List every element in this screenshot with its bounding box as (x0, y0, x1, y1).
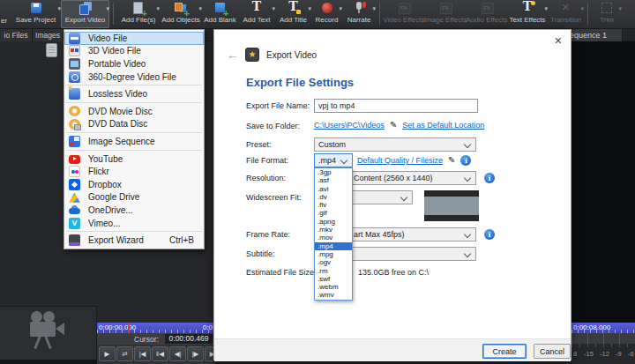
format-option[interactable]: .apng (315, 218, 352, 226)
video-editor-app: erSave Project▾Export Video▾Add File(s)▾… (0, 0, 635, 364)
close-icon[interactable]: × (555, 33, 562, 48)
edit-folder-pencil-icon[interactable]: ✎ (390, 121, 397, 130)
export-video-button[interactable]: Export Video▾ (61, 0, 109, 28)
transport-step-back-button[interactable]: ◀| (169, 346, 186, 361)
record-button[interactable]: Record▾ (311, 0, 342, 28)
cursor-status-bar: Cursor: 0:00:00.469 (97, 333, 213, 345)
menu-item-360-degree-video-file[interactable]: 360-Degree Video File (64, 71, 204, 84)
transport-step-forward-button[interactable]: |▶ (187, 346, 204, 361)
format-option[interactable]: .mp4 (315, 242, 352, 250)
text-effects-button[interactable]: Text Effects▾ (507, 0, 548, 28)
menu-item-label: Lossless Video (88, 89, 147, 99)
dropbox-icon (69, 179, 80, 190)
menu-item-label: 360-Degree Video File (88, 72, 176, 82)
transport-repeat-button[interactable]: ⇄ (116, 346, 133, 361)
format-option[interactable]: .mkv (315, 226, 352, 234)
menu-item-label: Vimeo... (88, 219, 121, 228)
format-option[interactable]: .gif (315, 209, 352, 217)
menu-item-image-sequence[interactable]: Image Sequence (64, 135, 204, 148)
main-toolbar: erSave Project▾Export Video▾Add File(s)▾… (0, 0, 635, 29)
chevron-down-icon[interactable]: ▾ (372, 5, 376, 12)
save-icon (29, 2, 43, 15)
create-button[interactable]: Create (482, 344, 527, 359)
format-option[interactable]: .ogv (315, 258, 352, 266)
menu-item-google-drive[interactable]: Google Drive (64, 191, 204, 204)
transport-go-to-start-button[interactable]: |◀ (134, 346, 151, 361)
menu-item-video-file[interactable]: Video File (64, 32, 204, 45)
format-option[interactable]: .rm (315, 267, 352, 275)
format-option[interactable]: .mpg (315, 250, 352, 258)
chevron-down-icon[interactable]: ▾ (106, 5, 109, 12)
menu-item-dropbox[interactable]: Dropbox (64, 178, 204, 191)
toolbar-button-label: Audio Effects (467, 16, 508, 24)
chevron-down-icon[interactable]: ▾ (580, 5, 584, 12)
resolution-info-icon[interactable] (484, 173, 495, 183)
timeline-ruler-right[interactable]: 0:00:08.000 (572, 323, 635, 333)
format-info-icon[interactable] (460, 155, 471, 166)
add-title-button[interactable]: Add Title▾ (275, 0, 311, 28)
file-format-select[interactable]: .mp4 (314, 153, 353, 167)
transport-play-button[interactable]: ▶ (99, 346, 116, 361)
menu-item-dvd-data-disc[interactable]: DVD Data Disc (64, 118, 204, 131)
menu-item-onedrive[interactable]: OneDrive... (64, 204, 204, 217)
menu-separator (66, 150, 202, 151)
save-project-button[interactable]: Save Project▾ (11, 0, 61, 28)
letterbox-preview (424, 190, 479, 221)
add-file-s-button[interactable]: Add File(s)▾ (117, 0, 160, 28)
frame-rate-info-icon[interactable] (484, 229, 495, 240)
format-option[interactable]: .asf (315, 176, 352, 184)
transition-button: Transition▾ (548, 0, 584, 28)
format-option[interactable]: .webm (315, 283, 352, 291)
lossless-video-icon (69, 88, 80, 100)
tab-images[interactable]: Images (33, 29, 64, 41)
menu-separator (66, 132, 202, 133)
quality-filesize-link[interactable]: Default Quality / Filesize (357, 156, 443, 165)
preset-label: Preset: (246, 140, 272, 149)
menu-separator (66, 231, 202, 232)
chevron-down-icon[interactable]: ▾ (618, 5, 622, 12)
menu-item-dvd-movie-disc[interactable]: DVD Movie Disc (64, 105, 204, 118)
format-option[interactable]: .flv (315, 201, 352, 209)
folder-path-link[interactable]: C:\Users\PC\Videos (314, 121, 385, 130)
transport-previous-keyframe-button[interactable]: ‖◀ (152, 346, 168, 361)
format-option[interactable]: .3gp (315, 168, 352, 176)
default-location-link[interactable]: Set as Default Location (402, 121, 484, 130)
format-option[interactable]: .dv (315, 193, 352, 201)
toolbar-button-label: Transition (550, 16, 581, 24)
preset-select[interactable]: Custom (314, 137, 476, 152)
timeline-cursor[interactable] (128, 323, 130, 333)
narrate-button[interactable]: Narrate▾ (342, 0, 376, 28)
toolbar-partial-button[interactable]: er (0, 0, 11, 28)
menu-item-vimeo[interactable]: Vimeo... (64, 217, 204, 230)
add-blank-button[interactable]: Add Blank (202, 0, 238, 28)
export-file-name-input[interactable] (314, 99, 478, 113)
clipboard-icon[interactable] (46, 43, 57, 57)
add-objects-button[interactable]: Add Objects▾ (160, 0, 202, 28)
edit-quality-pencil-icon[interactable]: ✎ (448, 156, 455, 165)
add-text-icon (250, 2, 264, 15)
menu-item-portable-video[interactable]: Portable Video (64, 57, 204, 71)
menu-item-lossless-video[interactable]: Lossless Video (64, 87, 204, 100)
menu-item-shortcut: Ctrl+B (169, 235, 194, 245)
format-option[interactable]: .wmv (315, 291, 352, 299)
menu-item-flickr[interactable]: Flickr (64, 165, 204, 178)
format-option[interactable]: .avi (315, 185, 352, 193)
add-text-button[interactable]: Add Text▾ (238, 0, 275, 28)
toolbar-button-label: Narrate (347, 16, 371, 24)
menu-item-export-wizard[interactable]: Export WizardCtrl+B (64, 234, 204, 247)
menu-item-3d-video-file[interactable]: 3D Video File (64, 45, 204, 58)
toolbar-button-label: Video Effects (384, 16, 425, 24)
timeline-ruler-left[interactable]: 0:00:00.000 0:0 (97, 323, 213, 333)
toolbar-button-label: Add Objects (161, 16, 200, 24)
transport-go-to-end-button[interactable]: ▶| (205, 346, 213, 361)
tab-io-files[interactable]: io Files (0, 29, 33, 41)
menu-item-youtube[interactable]: YouTube (64, 152, 204, 166)
format-option[interactable]: .swf (315, 275, 352, 283)
export-video-icon (78, 2, 93, 15)
cancel-button[interactable]: Cancel (534, 344, 571, 359)
back-arrow-icon[interactable]: ← (227, 48, 238, 62)
menu-item-label: Google Drive (88, 192, 139, 202)
format-option[interactable]: .mov (315, 234, 352, 241)
export-video-dialog-icon (245, 48, 259, 62)
image-sequence-icon (69, 136, 80, 147)
